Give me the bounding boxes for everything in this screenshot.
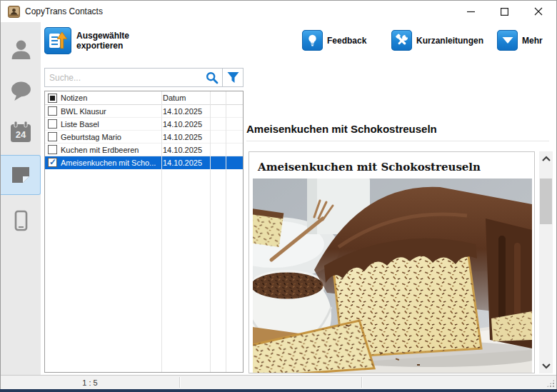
note-date: 14.10.2025 <box>158 133 202 141</box>
more-button[interactable]: Mehr <box>497 30 543 51</box>
note-date: 14.10.2025 <box>158 159 202 167</box>
note-row[interactable]: Kuchen mit Erdbeeren 14.10.2025 <box>45 144 243 156</box>
selection-count: 1 : 5 <box>1 376 179 389</box>
chevron-down-icon <box>497 30 518 51</box>
detail-scrollbar[interactable] <box>539 151 553 373</box>
more-label: Mehr <box>522 36 543 46</box>
sidebar-item-device[interactable] <box>1 202 41 239</box>
app-window: CopyTrans Contacts <box>0 0 557 392</box>
sidebar-item-contacts[interactable] <box>1 31 41 68</box>
column-header-notizen[interactable]: Notizen <box>61 94 158 102</box>
note-row[interactable]: Ameisenkuchen mit Scho... 14.10.2025 <box>45 156 243 169</box>
scrollbar-thumb[interactable] <box>540 179 552 224</box>
minimize-button[interactable] <box>454 1 488 22</box>
note-checkbox[interactable] <box>48 106 57 116</box>
note-date: 14.10.2025 <box>158 146 202 154</box>
feedback-label: Feedback <box>327 36 366 46</box>
note-photo <box>253 179 532 373</box>
statusbar-divider <box>179 377 180 388</box>
close-button[interactable] <box>521 1 555 22</box>
note-checkbox[interactable] <box>48 145 57 154</box>
select-all-checkbox[interactable] <box>48 94 57 103</box>
funnel-icon <box>226 71 240 84</box>
sidebar-item-calendar[interactable]: 24 <box>1 114 41 151</box>
feedback-button[interactable]: Feedback <box>302 30 366 51</box>
notes-table: Notizen Datum BWL Klausur 14.10.2025 Lis… <box>44 91 244 373</box>
resize-grip[interactable] <box>546 379 555 388</box>
export-icon <box>44 27 71 54</box>
filter-button[interactable] <box>222 69 243 86</box>
app-logo-icon <box>8 6 20 18</box>
note-checkbox[interactable] <box>48 158 57 167</box>
column-divider[interactable] <box>161 91 162 372</box>
statusbar-divider <box>361 377 362 388</box>
note-row[interactable]: Geburtstag Mario 14.10.2025 <box>45 131 243 144</box>
note-title: Liste Basel <box>61 120 158 129</box>
window-bottom-edge <box>0 389 557 392</box>
detail-heading: Ameisenkuchen mit Schokostreuseln <box>246 123 437 135</box>
chat-icon <box>9 79 33 103</box>
search-bar <box>44 68 244 87</box>
tools-icon <box>391 30 412 51</box>
lightbulb-icon <box>302 30 323 51</box>
maximize-button[interactable] <box>488 1 521 22</box>
column-divider[interactable] <box>210 91 211 372</box>
note-icon <box>9 163 33 187</box>
table-header-row[interactable]: Notizen Datum <box>45 91 243 105</box>
sidebar-item-notes[interactable] <box>1 155 41 195</box>
search-icon[interactable] <box>202 69 222 86</box>
note-row[interactable]: BWL Klausur 14.10.2025 <box>45 105 243 118</box>
search-input[interactable] <box>45 69 202 86</box>
note-document-title: Ameisenkuchen mit Schokostreuseln <box>258 161 481 174</box>
note-row[interactable]: Liste Basel 14.10.2025 <box>45 118 243 131</box>
window-title: CopyTrans Contacts <box>25 6 103 16</box>
note-document: Ameisenkuchen mit Schokostreuseln <box>249 151 535 373</box>
column-divider[interactable] <box>226 91 226 372</box>
note-date: 14.10.2025 <box>158 107 202 116</box>
person-icon <box>9 38 33 61</box>
svg-text:24: 24 <box>16 129 26 140</box>
note-title: Ameisenkuchen mit Scho... <box>61 159 158 167</box>
phone-icon <box>9 209 32 232</box>
heading-divider <box>246 141 549 141</box>
guides-button[interactable]: Kurzanleitungen <box>391 30 483 51</box>
guides-label: Kurzanleitungen <box>416 36 483 46</box>
calendar-icon: 24 <box>9 120 33 144</box>
note-date: 14.10.2025 <box>158 120 202 129</box>
note-checkbox[interactable] <box>48 132 57 141</box>
title-bar: CopyTrans Contacts <box>1 1 556 22</box>
note-checkbox[interactable] <box>48 119 57 129</box>
scroll-down-button[interactable] <box>539 359 553 373</box>
sidebar: 24 <box>1 22 41 375</box>
export-label: Ausgewählte exportieren <box>76 31 129 51</box>
note-title: Kuchen mit Erdbeeren <box>61 146 158 154</box>
export-selected-button[interactable]: Ausgewählte exportieren <box>44 27 129 54</box>
sidebar-item-messages[interactable] <box>1 72 41 109</box>
note-title: BWL Klausur <box>61 107 158 116</box>
scroll-up-button[interactable] <box>539 151 553 166</box>
note-title: Geburtstag Mario <box>61 133 158 141</box>
status-bar: 1 : 5 <box>1 375 556 389</box>
